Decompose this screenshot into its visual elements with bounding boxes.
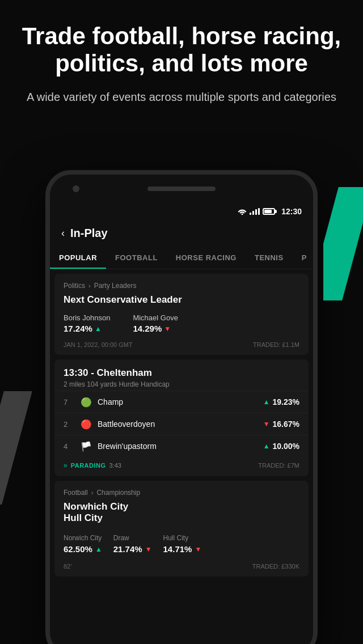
status-icons: 12:30 [238, 207, 302, 216]
status-bar: 12:30 [50, 203, 313, 220]
football-team2-odds-value: 14.71% [163, 544, 192, 554]
battery-fill [264, 210, 272, 213]
race-footer: » PARADING 3:43 TRADED: £7M [54, 457, 309, 476]
football-team2-item: Hull City 14.71% ▼ [163, 534, 202, 554]
politics-traded: TRADED: £1.1M [253, 341, 299, 348]
phone-frame: 12:30 ‹ In-Play POPULAR FOOTBALL HORSE R… [45, 170, 318, 644]
tab-football[interactable]: FOOTBALL [106, 247, 167, 269]
horse-row-brewin[interactable]: 4 🏳️ Brewin'upastorm ▲ 10.00% [54, 435, 309, 457]
tab-horse-racing[interactable]: HORSE RACING [167, 247, 246, 269]
tab-tennis[interactable]: TENNIS [246, 247, 293, 269]
horse-champ-arrow: ▲ [263, 398, 270, 406]
football-team2: Hull City [64, 512, 103, 523]
football-team1-odds: 62.50% ▲ [64, 544, 102, 554]
boris-odds: 17.24% ▲ [64, 324, 110, 333]
football-card-title: Norwhich City Hull City [54, 499, 309, 529]
breadcrumb-arrow-football: › [91, 489, 94, 496]
horse-traded: TRADED: £7M [258, 462, 299, 469]
football-team1-item: Norwich City 62.50% ▲ [64, 534, 102, 554]
phone-top-bar [50, 175, 313, 203]
horse-brewin-odds-value: 10.00% [273, 442, 299, 451]
politics-card-title: Next Conservative Leader [54, 292, 309, 311]
hero-section: Trade football, horse racing, politics, … [0, 0, 363, 122]
football-card[interactable]: Football › Championship Norwhich City Hu… [54, 481, 309, 577]
horse-row-battleoverdoyen[interactable]: 2 🔴 Battleoverdoyen ▼ 16.67% [54, 413, 309, 435]
tab-popular[interactable]: POPULAR [50, 247, 106, 269]
politics-date: JAN 1, 2022, 00:00 GMT [64, 341, 133, 348]
football-traded: TRADED: £330K [252, 563, 299, 570]
football-draw-odds: 21.74% ▼ [113, 544, 152, 554]
football-team1-odds-value: 62.50% [64, 544, 92, 554]
football-team1-label: Norwich City [64, 534, 102, 542]
tab-more[interactable]: P [293, 247, 313, 269]
horse-icon-1: 🟢 [78, 396, 94, 408]
football-draw-item: Draw 21.74% ▼ [113, 534, 152, 554]
football-draw-odds-value: 21.74% [113, 544, 142, 554]
horse-num-3: 4 [64, 442, 75, 451]
horse-name-brewin: Brewin'upastorm [98, 442, 263, 451]
boris-arrow-up: ▲ [95, 325, 102, 333]
parading-time: 3:43 [109, 462, 121, 469]
football-team1: Norwhich City [64, 501, 128, 512]
page-title: In-Play [70, 227, 108, 240]
signal-icon [250, 208, 260, 215]
politics-card[interactable]: Politics › Party Leaders Next Conservati… [54, 274, 309, 355]
horse-racing-card[interactable]: 13:30 - Cheltenham 2 miles 104 yards Hur… [54, 359, 309, 476]
horse-battle-arrow: ▼ [263, 420, 270, 428]
football-draw-arrow: ▼ [145, 545, 152, 553]
horse-champ-odds-value: 19.23% [273, 397, 299, 406]
app-header: ‹ In-Play [50, 220, 313, 247]
horse-brewin-arrow: ▲ [263, 442, 270, 450]
horse-emoji-3: 🏳️ [81, 441, 92, 452]
breadcrumb-party-leaders: Party Leaders [94, 282, 137, 290]
gove-name: Michael Gove [133, 313, 178, 322]
race-header: 13:30 - Cheltenham 2 miles 104 yards Hur… [54, 359, 309, 391]
horse-icon-3: 🏳️ [78, 440, 94, 452]
hero-title: Trade football, horse racing, politics, … [17, 23, 346, 78]
football-draw-label: Draw [113, 534, 152, 542]
horse-odds-battle: ▼ 16.67% [263, 420, 299, 429]
football-team2-label: Hull City [163, 534, 202, 542]
horse-num-2: 2 [64, 420, 75, 429]
breadcrumb-football: Football [64, 489, 88, 497]
horse-emoji-1: 🟢 [81, 397, 92, 408]
gove-odds-value: 14.29% [133, 324, 162, 333]
boris-odds-value: 17.24% [64, 324, 92, 333]
boris-name: Boris Johnson [64, 313, 110, 322]
race-subtitle: 2 miles 104 yards Hurdle Handicap [64, 380, 299, 388]
phone-mockup: 12:30 ‹ In-Play POPULAR FOOTBALL HORSE R… [45, 170, 318, 644]
wifi-icon [238, 208, 247, 215]
football-card-footer: 82' TRADED: £330K [54, 560, 309, 577]
football-team1-arrow: ▲ [95, 545, 102, 553]
horse-odds-champ: ▲ 19.23% [263, 397, 299, 406]
breadcrumb-politics: Politics [64, 282, 85, 290]
politics-card-header: Politics › Party Leaders [54, 274, 309, 292]
horse-name-champ: Champ [98, 397, 263, 406]
breadcrumb-championship: Championship [96, 489, 140, 497]
hero-subtitle: A wide variety of events across multiple… [17, 89, 346, 105]
football-team2-arrow: ▼ [195, 545, 201, 553]
horse-odds-brewin: ▲ 10.00% [263, 442, 299, 451]
status-time: 12:30 [281, 207, 302, 216]
horse-emoji-2: 🔴 [81, 419, 92, 430]
horse-row-champ[interactable]: 7 🟢 Champ ▲ 19.23% [54, 391, 309, 413]
camera-dot [73, 185, 79, 192]
football-team2-odds: 14.71% ▼ [163, 544, 202, 554]
back-button[interactable]: ‹ [61, 227, 65, 239]
football-minute: 82' [64, 563, 71, 570]
gove-odds: 14.29% ▼ [133, 324, 178, 333]
slash-decoration-left [0, 385, 45, 527]
odds-item-gove: Michael Gove 14.29% ▼ [133, 313, 178, 333]
parading-badge: » PARADING 3:43 [64, 461, 121, 469]
app-content: ‹ In-Play POPULAR FOOTBALL HORSE RACING … [50, 220, 313, 644]
politics-card-footer: JAN 1, 2022, 00:00 GMT TRADED: £1.1M [54, 338, 309, 355]
horse-icon-2: 🔴 [78, 418, 94, 430]
odds-item-boris: Boris Johnson 17.24% ▲ [64, 313, 110, 333]
slash-decoration-right [323, 187, 363, 300]
football-odds-row: Norwich City 62.50% ▲ Draw 21.74% ▼ [54, 529, 309, 560]
horse-num-1: 7 [64, 398, 75, 406]
speaker-bar [147, 187, 216, 191]
race-title: 13:30 - Cheltenham [64, 367, 299, 379]
breadcrumb-arrow: › [88, 282, 91, 289]
horse-name-battle: Battleoverdoyen [98, 420, 263, 429]
